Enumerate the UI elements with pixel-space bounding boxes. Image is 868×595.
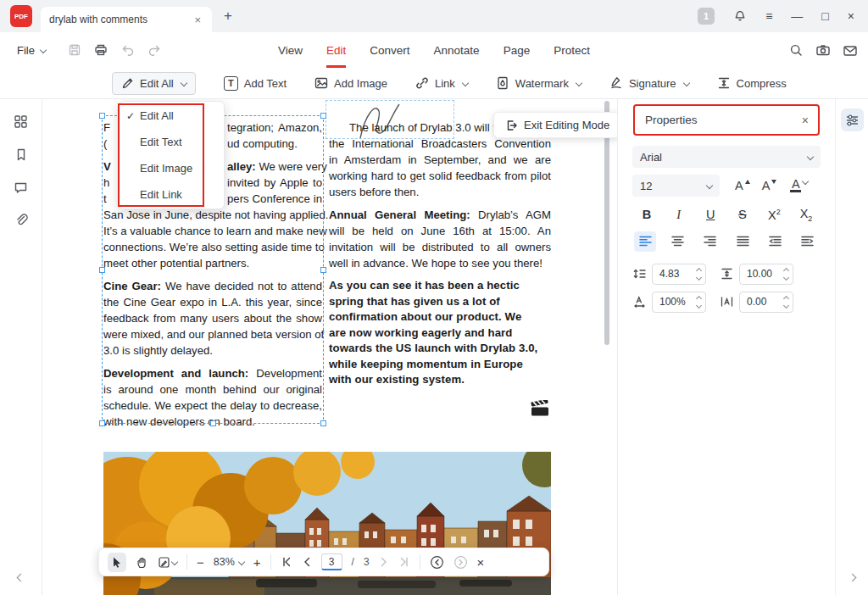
clapperboard-icon[interactable] <box>531 400 549 417</box>
menu-edit[interactable]: Edit <box>326 32 346 68</box>
subscript-button[interactable]: X2 <box>798 207 815 223</box>
selection-handle[interactable] <box>99 267 105 273</box>
screenshot-camera-icon[interactable] <box>815 43 831 57</box>
zoom-level-select[interactable]: 83% <box>214 556 244 568</box>
character-scale-icon <box>632 296 647 308</box>
stepper[interactable] <box>784 297 788 308</box>
document-tab[interactable]: drylab with comments × <box>41 7 212 32</box>
page-number-input[interactable]: 3 <box>321 553 342 570</box>
bold-button[interactable]: B <box>638 208 655 221</box>
stepper[interactable] <box>697 297 701 308</box>
next-page-button[interactable] <box>379 556 389 568</box>
font-color-button[interactable]: A <box>790 179 808 192</box>
selection-handle[interactable] <box>320 113 326 119</box>
close-properties-icon[interactable]: × <box>802 114 809 127</box>
dropdown-item-edit-text[interactable]: Edit Text <box>120 129 224 155</box>
document-area[interactable]: Ftegration; Amazon, (ud computing. Valle… <box>42 99 617 595</box>
previous-page-button[interactable] <box>302 556 312 568</box>
tab-close-icon[interactable]: × <box>192 14 203 26</box>
font-family-select[interactable]: Arial <box>632 146 821 168</box>
strikethrough-button[interactable]: S <box>734 208 751 221</box>
hand-tool-button[interactable] <box>136 556 148 569</box>
next-view-button[interactable] <box>453 555 468 570</box>
stepper[interactable] <box>784 269 788 280</box>
save-icon[interactable] <box>68 43 81 57</box>
compress-button[interactable]: Compress <box>717 76 787 90</box>
zoom-out-button[interactable]: − <box>197 555 204 570</box>
decrease-indent-button[interactable] <box>765 231 787 252</box>
selection-handle[interactable] <box>99 420 105 426</box>
compress-icon <box>717 76 731 90</box>
new-tab-button[interactable]: + <box>224 8 232 25</box>
text-line: well in advance. We hope to see you ther… <box>329 255 551 271</box>
file-menu[interactable]: File <box>17 44 46 57</box>
selection-handle[interactable] <box>320 420 326 426</box>
italic-button[interactable]: I <box>670 208 687 222</box>
collapse-left-panel-icon[interactable] <box>18 570 24 583</box>
font-size-select[interactable]: 12 <box>632 175 720 197</box>
watermark-button[interactable]: Watermark <box>496 76 581 90</box>
close-window-button[interactable]: × <box>848 9 854 23</box>
comments-panel-icon[interactable] <box>14 181 28 194</box>
increase-font-size-button[interactable]: A <box>735 179 750 192</box>
menu-view[interactable]: View <box>278 32 303 68</box>
close-viewbar-button[interactable]: × <box>477 555 485 570</box>
menu-convert[interactable]: Convert <box>370 32 409 68</box>
mail-icon[interactable] <box>843 44 858 57</box>
signature-button[interactable]: Signature <box>609 76 689 90</box>
selection-handle[interactable] <box>320 267 326 273</box>
thumbnails-panel-icon[interactable] <box>14 114 28 129</box>
link-button[interactable]: Link <box>415 76 468 90</box>
add-text-button[interactable]: T Add Text <box>224 76 287 91</box>
add-image-button[interactable]: Add Image <box>314 76 387 90</box>
underline-button[interactable]: U <box>702 208 719 221</box>
align-left-button[interactable] <box>634 231 656 252</box>
decrease-font-size-button[interactable]: A <box>762 179 777 192</box>
menu-page[interactable]: Page <box>504 32 531 68</box>
annotate-tool-button[interactable] <box>158 556 177 569</box>
expand-right-panel-icon[interactable] <box>849 570 855 583</box>
previous-view-button[interactable] <box>430 555 444 570</box>
selection-handle[interactable] <box>210 420 216 426</box>
maximize-button[interactable]: □ <box>821 9 828 23</box>
align-right-button[interactable] <box>699 231 721 252</box>
attachments-panel-icon[interactable] <box>14 213 28 227</box>
panel-settings-button[interactable] <box>841 108 864 131</box>
left-sidebar <box>0 99 42 595</box>
watermark-icon <box>496 76 509 90</box>
redo-icon[interactable] <box>147 43 162 57</box>
print-icon[interactable] <box>94 43 108 57</box>
hamburger-menu-icon[interactable]: ≡ <box>765 9 772 23</box>
character-scale-input[interactable]: 100% <box>652 292 706 313</box>
dropdown-item-edit-all[interactable]: ✓ Edit All <box>120 103 224 129</box>
dropdown-item-edit-image[interactable]: Edit Image <box>120 155 224 181</box>
bookmarks-panel-icon[interactable] <box>14 147 28 162</box>
selection-handle[interactable] <box>99 113 105 119</box>
minimize-button[interactable]: — <box>791 9 803 23</box>
zoom-in-button[interactable]: + <box>253 555 261 570</box>
first-page-button[interactable] <box>281 556 292 568</box>
search-icon[interactable] <box>789 43 804 58</box>
edit-all-button[interactable]: Edit All <box>112 72 196 95</box>
trial-count-badge[interactable]: 1 <box>698 8 715 25</box>
align-center-button[interactable] <box>666 231 688 252</box>
text-line: working hard to get solid feedback from … <box>329 168 551 184</box>
triangle-up-icon <box>745 180 750 184</box>
paragraph-spacing-input[interactable]: 10.00 <box>739 264 793 285</box>
menu-annotate[interactable]: Annotate <box>434 32 480 68</box>
notification-bell-icon[interactable] <box>733 9 747 23</box>
stepper[interactable] <box>697 269 701 280</box>
menu-protect[interactable]: Protect <box>554 32 590 68</box>
line-spacing-icon <box>632 268 647 280</box>
align-justify-button[interactable] <box>732 231 754 252</box>
superscript-button[interactable]: X2 <box>765 208 782 222</box>
character-spacing-input[interactable]: 0.00 <box>739 292 793 313</box>
select-tool-button[interactable] <box>108 553 126 572</box>
exit-editing-mode-button[interactable]: Exit Editing Mode <box>493 112 617 138</box>
line-spacing-input[interactable]: 4.83 <box>652 264 706 285</box>
last-page-button[interactable] <box>398 556 410 568</box>
undo-icon[interactable] <box>120 43 135 57</box>
increase-indent-button[interactable] <box>797 231 819 252</box>
text-line: users before then. <box>329 184 551 200</box>
dropdown-item-edit-link[interactable]: Edit Link <box>120 181 224 208</box>
